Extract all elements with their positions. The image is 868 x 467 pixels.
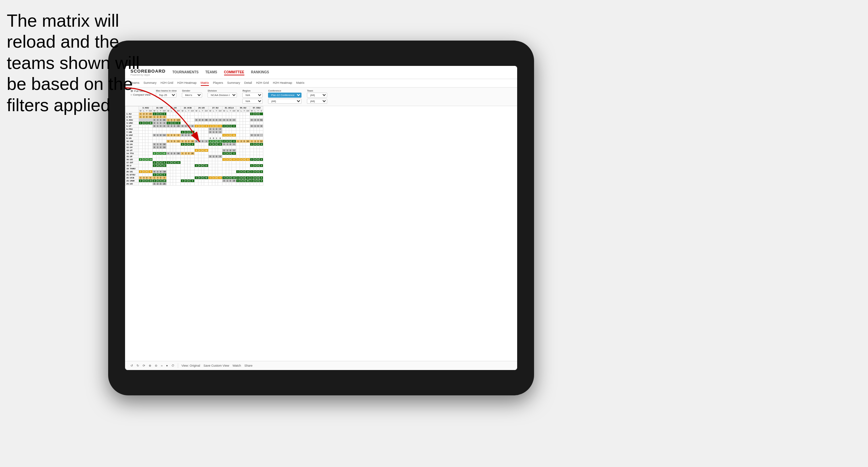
nav-rankings[interactable]: RANKINGS [251, 70, 269, 75]
cell-22-0-0: 2 [139, 179, 143, 182]
cell-22-3-3: 0 [190, 179, 195, 182]
region-select[interactable]: N/A [242, 93, 263, 98]
cell-empty-1-4-1 [198, 116, 201, 119]
sub-w-9: W [250, 109, 254, 113]
cell-empty-23-7-2 [243, 182, 246, 186]
region-select-2[interactable]: N/A [242, 99, 263, 104]
tab-h2h-heatmap[interactable]: H2H Heatmap [177, 80, 197, 86]
zoom-out-button[interactable]: ⊖ [155, 364, 158, 367]
nav-teams[interactable]: TEAMS [206, 70, 217, 75]
cell-empty-0-4-0 [195, 113, 198, 116]
undo-button[interactable]: ↺ [130, 364, 133, 367]
redo-button[interactable]: ↻ [137, 364, 139, 367]
cell-empty-18-0-1 [142, 167, 145, 170]
cell-empty-20-5-3 [218, 173, 222, 176]
cell-2-4-0: 0 [195, 119, 198, 122]
watch-button[interactable]: Watch [233, 364, 241, 367]
timer-button[interactable]: ⏱ [171, 364, 174, 367]
cell-empty-10-7-2 [243, 143, 246, 146]
cell-17-4-2: 0 [201, 164, 204, 167]
team-select-2[interactable]: (All) [307, 99, 327, 104]
cell-17-1-2: 0 [159, 164, 162, 167]
cell-empty-19-6-1 [226, 170, 229, 173]
cell-empty-17-6-3 [232, 164, 236, 167]
division-select[interactable]: NCAA Division I [208, 93, 237, 98]
gender-select[interactable]: Men's [182, 93, 202, 98]
cell-21-5-1: 1 [212, 176, 215, 179]
cell-empty-22-4-0 [195, 179, 198, 182]
cell-13-1-2: 1 [159, 152, 162, 155]
cell-empty-22-4-2 [201, 179, 204, 182]
cell-empty-13-8-1 [254, 152, 257, 155]
view-original-button[interactable]: View: Original [182, 364, 200, 367]
cell-empty-20-5-1 [212, 173, 215, 176]
row-team-10: 11. UA [125, 143, 139, 146]
cell-empty-20-8-1 [254, 173, 257, 176]
zoom-in-button[interactable]: ⊕ [149, 364, 151, 367]
cell-22-6-3: 18 [232, 179, 236, 182]
conference-select[interactable]: Pac-12 Conference [268, 93, 302, 98]
cell-9-6-0: 2 [222, 140, 226, 143]
tab-players-h2h-grid[interactable]: H2H Grid [256, 80, 269, 86]
cell-empty-8-8-0 [250, 137, 254, 140]
cell-empty-11-2-3 [176, 146, 181, 149]
cell-9-8-3: 51 [260, 140, 263, 143]
cell-empty-13-0-3 [148, 152, 153, 155]
cell-22-7-0: 1 [236, 179, 240, 182]
cell-20-1-2: 0 [159, 173, 162, 176]
cell-4-8-3: 0 [260, 125, 263, 128]
cell-empty-14-3-0 [181, 155, 185, 158]
cell-16-1-1: 0 [156, 161, 159, 164]
cell-empty-5-2-2 [173, 128, 176, 131]
record-button[interactable]: ● [166, 364, 168, 367]
cell-4-3-1: 1 [184, 125, 187, 128]
cell-21-4-0: 1 [195, 176, 198, 179]
cell-empty-23-3-1 [184, 182, 187, 186]
max-teams-select[interactable]: Top 25 [156, 93, 176, 98]
tab-matrix[interactable]: Matrix [201, 80, 209, 86]
share-button[interactable]: Share [244, 364, 252, 367]
cell-empty-10-0-1 [142, 143, 145, 146]
cell-19-8-1: 0 [254, 170, 257, 173]
cell-empty-10-7-1 [240, 143, 243, 146]
tab-players[interactable]: Players [213, 80, 223, 86]
cell-2-5-0: 0 [209, 119, 212, 122]
cell-13-6-2: 0 [229, 152, 232, 155]
nav-tournaments[interactable]: TOURNAMENTS [172, 70, 199, 75]
cell-empty-23-4-2 [201, 182, 204, 186]
cell-empty-23-3-0 [181, 182, 185, 186]
cell-empty-12-0-3 [148, 149, 153, 152]
tab-players-matrix[interactable]: Matrix [296, 80, 305, 86]
cell-empty-9-0-3 [148, 140, 153, 143]
cell-empty-23-4-3 [204, 182, 209, 186]
cell-9-5-2: 0 [215, 140, 218, 143]
cell-empty-16-8-3 [260, 161, 263, 164]
cell-0-1-2: 0 [159, 113, 162, 116]
cell-9-8-2: 0 [257, 140, 260, 143]
refresh-button[interactable]: ⟳ [143, 364, 145, 367]
tab-players-summary[interactable]: Summary [227, 80, 240, 86]
conference-select-2[interactable]: (All) [268, 99, 302, 104]
cell-empty-14-2-2 [173, 155, 176, 158]
cell-4-1-1: 1 [156, 125, 159, 128]
cell-empty-12-7-3 [246, 149, 250, 152]
cell-22-3-1: 0 [184, 179, 187, 182]
tab-players-detail[interactable]: Detail [244, 80, 252, 86]
cell-empty-15-3-0 [181, 158, 185, 161]
save-custom-button[interactable]: Save Custom View [203, 364, 229, 367]
cell-empty-14-1-1 [156, 155, 159, 158]
tab-players-h2h-heatmap[interactable]: H2H Heatmap [273, 80, 292, 86]
cell-empty-16-8-1 [254, 161, 257, 164]
cell-empty-5-1-2 [159, 128, 162, 131]
cell-empty-18-8-2 [257, 167, 260, 170]
cell-empty-6-0-1 [142, 131, 145, 134]
tab-h2h-grid[interactable]: H2H Grid [161, 80, 173, 86]
nav-committee[interactable]: COMMITTEE [224, 70, 244, 75]
cell-empty-8-1-1 [156, 137, 159, 140]
cell-22-1-0: 2 [153, 179, 156, 182]
cell-13-2-3: 30 [176, 152, 181, 155]
team-select[interactable]: (All) [307, 93, 327, 98]
fit-button[interactable]: = [161, 364, 163, 367]
cell-19-7-2: 0 [243, 170, 246, 173]
cell-empty-16-5-2 [215, 161, 218, 164]
